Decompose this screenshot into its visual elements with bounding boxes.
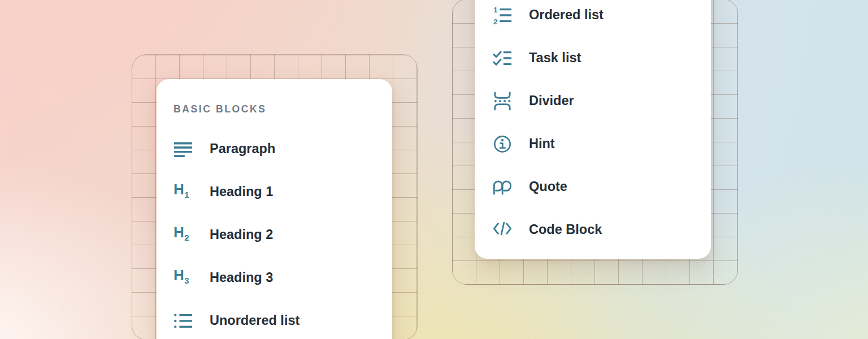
menu-item-hint[interactable]: Hint	[475, 123, 711, 166]
menu-item-label: Paragraph	[210, 142, 275, 156]
code-block-icon	[493, 220, 512, 240]
heading-1-icon: H1	[173, 182, 193, 202]
menu-item-quote[interactable]: Quote	[475, 166, 711, 208]
menu-item-label: Heading 3	[210, 271, 273, 285]
menu-item-code-block[interactable]: Code Block	[475, 208, 711, 251]
menu-item-heading-1[interactable]: H1 Heading 1	[157, 171, 392, 214]
hint-icon	[493, 134, 512, 154]
menu-section-title: BASIC BLOCKS	[157, 102, 392, 116]
divider-icon	[493, 91, 512, 111]
menu-item-label: Code Block	[529, 223, 602, 237]
svg-text:2: 2	[493, 18, 498, 26]
menu-item-label: Heading 1	[210, 185, 273, 199]
heading-2-icon: H2	[173, 225, 193, 245]
menu-item-label: Task list	[529, 51, 581, 65]
menu-item-label: Divider	[529, 94, 574, 108]
quote-icon	[493, 177, 512, 197]
menu-item-heading-3[interactable]: H3 Heading 3	[157, 257, 392, 299]
heading-3-icon: H3	[173, 268, 193, 288]
menu-item-label: Unordered list	[210, 314, 300, 328]
menu-item-ordered-list[interactable]: 1 2 Ordered list	[475, 0, 711, 37]
blocks-menu-continued: 1 2 Ordered list Task list	[475, 0, 711, 259]
menu-items-right: 1 2 Ordered list Task list	[475, 0, 711, 251]
menu-item-task-list[interactable]: Task list	[475, 37, 711, 80]
svg-text:1: 1	[493, 6, 498, 14]
menu-item-label: Quote	[529, 180, 567, 194]
menu-item-label: Ordered list	[529, 8, 604, 22]
unordered-list-icon	[173, 311, 193, 331]
menu-item-unordered-list[interactable]: Unordered list	[157, 299, 392, 339]
menu-item-label: Hint	[529, 137, 555, 151]
ordered-list-icon: 1 2	[493, 5, 512, 25]
basic-blocks-menu: BASIC BLOCKS Paragraph H1 Heading 1 H2 H…	[157, 79, 392, 339]
menu-item-label: Heading 2	[210, 228, 273, 242]
menu-items-left: Paragraph H1 Heading 1 H2 Heading 2 H3 H…	[157, 128, 392, 339]
paragraph-icon	[173, 139, 193, 159]
menu-item-heading-2[interactable]: H2 Heading 2	[157, 214, 392, 257]
menu-item-divider[interactable]: Divider	[475, 80, 711, 123]
menu-item-paragraph[interactable]: Paragraph	[157, 128, 392, 171]
task-list-icon	[493, 48, 512, 68]
